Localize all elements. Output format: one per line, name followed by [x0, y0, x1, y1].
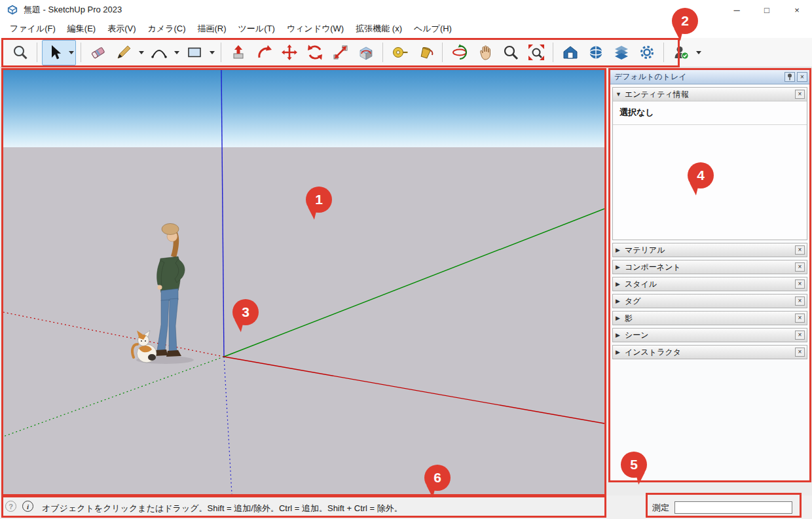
panel-components: ▶ コンポーネント × — [612, 260, 807, 274]
entity-info-title: エンティティ情報 — [625, 89, 689, 100]
tray-header[interactable]: デフォルトのトレイ × — [610, 70, 809, 84]
instructor-header[interactable]: ▶ インストラクタ × — [613, 346, 807, 359]
panel-entity-info: ▼ エンティティ情報 × 選択なし — [612, 87, 807, 240]
orbit-icon — [451, 44, 468, 61]
extension-warehouse-button[interactable] — [583, 41, 608, 65]
paint-bucket-tool-button[interactable] — [413, 41, 437, 65]
tray-title: デフォルトのトレイ — [614, 71, 687, 82]
tray-close-button[interactable]: × — [797, 72, 807, 82]
expand-arrow-icon: ▶ — [616, 281, 625, 287]
chevron-down-icon — [210, 51, 215, 54]
tags-header[interactable]: ▶ タグ × — [613, 295, 807, 308]
expand-arrow-icon: ▶ — [616, 349, 625, 355]
menu-tools[interactable]: ツール(T) — [232, 20, 281, 37]
warehouse-3d-button[interactable] — [558, 41, 582, 65]
materials-close-button[interactable]: × — [795, 245, 805, 255]
menu-extensions[interactable]: 拡張機能 (x) — [350, 20, 408, 37]
toolbar — [0, 38, 812, 67]
tray-pin-button[interactable] — [784, 72, 795, 82]
menu-file[interactable]: ファイル(F) — [4, 20, 62, 37]
extension-manager-gear-icon — [638, 44, 655, 61]
tape-measure-icon — [392, 44, 409, 61]
expand-arrow-icon: ▶ — [616, 298, 625, 304]
push-pull-tool-button[interactable] — [226, 41, 250, 65]
select-cursor-icon — [46, 44, 64, 61]
close-button[interactable]: × — [782, 0, 812, 20]
measurement-area: 測定 — [652, 501, 792, 514]
zoom-tool-button[interactable] — [498, 41, 523, 65]
entity-info-header[interactable]: ▼ エンティティ情報 × — [613, 88, 807, 101]
menu-window[interactable]: ウィンドウ(W) — [281, 20, 350, 37]
scale-icon — [332, 44, 349, 61]
status-message: オブジェクトをクリックまたはドラッグ。Shift = 追加/除外。Ctrl = … — [42, 503, 403, 514]
follow-me-tool-button[interactable] — [354, 41, 378, 65]
toolbar-separator — [37, 43, 37, 62]
rotate-tool-button[interactable] — [303, 41, 327, 65]
shapes-tool-button[interactable] — [182, 41, 206, 65]
window-controls: ─ □ × — [722, 0, 812, 20]
account-button[interactable] — [669, 41, 693, 65]
panel-materials: ▶ マテリアル × — [612, 243, 807, 257]
arc-tool-button[interactable] — [147, 41, 171, 65]
scenes-close-button[interactable]: × — [795, 331, 805, 340]
search-tool-button[interactable] — [8, 41, 32, 65]
components-title: コンポーネント — [625, 262, 681, 273]
components-header[interactable]: ▶ コンポーネント × — [613, 260, 807, 274]
account-dropdown[interactable] — [694, 41, 703, 65]
styles-header[interactable]: ▶ スタイル × — [613, 277, 807, 291]
move-tool-button[interactable] — [277, 41, 301, 65]
3d-warehouse-icon — [562, 44, 579, 61]
zoom-icon — [502, 44, 519, 61]
shadows-header[interactable]: ▶ 影 × — [613, 312, 807, 325]
measurement-input[interactable] — [674, 501, 792, 514]
toolbar-separator — [81, 43, 81, 62]
toolbar-separator — [663, 43, 664, 62]
shadows-close-button[interactable]: × — [795, 313, 805, 323]
tags-close-button[interactable]: × — [795, 296, 805, 306]
layers-icon — [613, 44, 630, 61]
model-viewport[interactable] — [1, 68, 606, 496]
maximize-button[interactable]: □ — [752, 0, 782, 20]
arc-tool-dropdown[interactable] — [172, 41, 181, 65]
select-tool-button[interactable] — [43, 41, 67, 65]
line-tool-button[interactable] — [111, 41, 136, 65]
default-tray: デフォルトのトレイ × ▼ エンティティ情報 × 選択なし ▶ マテ — [608, 68, 811, 482]
chevron-down-icon — [69, 51, 74, 54]
sketchup-logo-icon — [7, 4, 18, 16]
sketchup-window: 無題 - SketchUp Pro 2023 ─ □ × ファイル(F) 編集(… — [0, 0, 812, 519]
toolbar-separator — [382, 43, 383, 62]
send-to-layout-button[interactable] — [609, 41, 633, 65]
eraser-tool-button[interactable] — [86, 41, 110, 65]
offset-tool-button[interactable] — [251, 41, 276, 65]
menu-draw[interactable]: 描画(R) — [191, 20, 232, 37]
zoom-extents-tool-button[interactable] — [524, 41, 548, 65]
extension-warehouse-icon — [587, 44, 604, 61]
minimize-button[interactable]: ─ — [722, 0, 752, 20]
materials-header[interactable]: ▶ マテリアル × — [613, 243, 807, 257]
pan-tool-button[interactable] — [473, 41, 497, 65]
offset-icon — [255, 44, 272, 61]
entity-info-close-button[interactable]: × — [795, 90, 805, 99]
styles-close-button[interactable]: × — [795, 279, 805, 289]
instructor-close-button[interactable]: × — [795, 348, 805, 357]
select-tool-dropdown[interactable] — [67, 41, 75, 65]
tape-measure-tool-button[interactable] — [388, 41, 412, 65]
menu-view[interactable]: 表示(V) — [101, 20, 141, 37]
menu-camera[interactable]: カメラ(C) — [142, 20, 192, 37]
drawing-axes — [3, 70, 604, 494]
line-tool-dropdown[interactable] — [137, 41, 145, 65]
help-icon[interactable]: ? — [5, 501, 16, 512]
scenes-header[interactable]: ▶ シーン × — [613, 329, 807, 342]
toolbar-separator — [553, 43, 553, 62]
menu-edit[interactable]: 編集(E) — [62, 20, 101, 37]
extension-manager-button[interactable] — [635, 41, 659, 65]
scale-tool-button[interactable] — [328, 41, 352, 65]
instructor-title: インストラクタ — [625, 347, 681, 358]
menu-help[interactable]: ヘルプ(H) — [408, 20, 458, 37]
components-close-button[interactable]: × — [795, 262, 805, 272]
toolbar-separator — [221, 43, 221, 62]
orbit-tool-button[interactable] — [447, 41, 471, 65]
pan-hand-icon — [477, 44, 494, 61]
shapes-tool-dropdown[interactable] — [208, 41, 216, 65]
info-icon[interactable]: i — [22, 501, 33, 512]
